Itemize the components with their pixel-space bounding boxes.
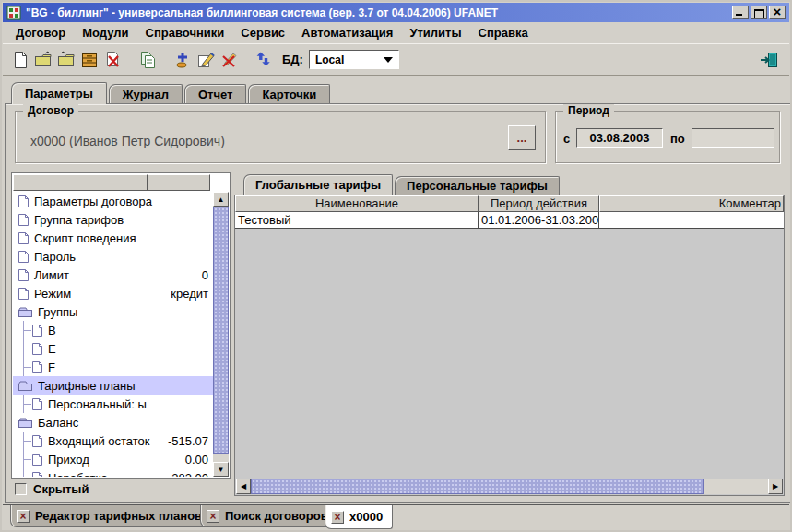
menu-item-3[interactable]: Сервис	[232, 24, 293, 41]
document-icon	[31, 324, 43, 337]
tab-tariff-0[interactable]: Глобальные тарифы	[243, 174, 393, 195]
new-document-icon[interactable]	[8, 48, 31, 72]
column-header-2[interactable]: Комментар	[599, 195, 784, 212]
close-icon[interactable]	[769, 6, 786, 19]
period-group-title: Период	[563, 104, 614, 117]
tree-item-label: E	[48, 342, 56, 356]
scroll-thumb[interactable]	[213, 207, 229, 454]
bottom-tab-0[interactable]: Редактор тарифных планов	[10, 505, 212, 527]
tree-item[interactable]: Приход0.00	[13, 450, 213, 468]
tree-item[interactable]: Лимит0	[13, 266, 213, 284]
close-tab-icon[interactable]	[17, 510, 30, 523]
tree-item[interactable]: Скрипт поведения	[13, 229, 213, 247]
document-icon	[31, 471, 43, 478]
tree-item[interactable]: Входящий остаток-515.07	[13, 432, 213, 450]
table-cell-1: 01.01.2006-31.03.2006	[479, 212, 599, 228]
edit-record-icon[interactable]	[194, 48, 217, 72]
tree-item-value: 0	[202, 268, 213, 282]
delete-record-icon[interactable]	[217, 48, 240, 72]
db-label: БД:	[282, 53, 303, 66]
tree-item[interactable]: Пароль	[13, 247, 213, 266]
tree-item[interactable]: Параметры договора	[13, 192, 213, 210]
hidden-checkbox-label: Скрытый	[33, 482, 89, 496]
maximize-icon[interactable]	[751, 6, 767, 19]
bottom-tab-1[interactable]: Поиск договоров	[200, 505, 338, 527]
card-index-icon[interactable]	[77, 48, 100, 72]
document-icon	[18, 213, 30, 227]
tree-connector	[18, 432, 31, 450]
tree-header-name[interactable]	[13, 174, 148, 191]
scroll-left-icon[interactable]	[236, 479, 251, 494]
tree-header-value[interactable]	[148, 174, 210, 191]
contract-tree-panel: Параметры договораГруппа тарифовСкрипт п…	[11, 172, 231, 479]
document-icon	[31, 361, 43, 374]
menu-bar: ДоговорМодулиСправочникиСервисАвтоматиза…	[3, 22, 789, 43]
browse-contract-button[interactable]: ...	[508, 125, 536, 150]
column-header-0[interactable]: Наименование	[235, 195, 479, 212]
title-bar: "BG - биллинг" - универсальная биллингов…	[3, 3, 789, 22]
document-icon	[18, 268, 30, 282]
tree-item[interactable]: F	[13, 358, 213, 376]
copy-document-icon[interactable]	[136, 48, 159, 72]
period-from-field[interactable]: 03.08.2003	[576, 128, 663, 148]
tree-connector	[18, 395, 31, 413]
chevron-down-icon	[384, 57, 393, 67]
tree-item-label: Наработка	[48, 471, 108, 478]
tree-item[interactable]: Группы	[13, 302, 213, 321]
exit-icon[interactable]	[757, 48, 780, 72]
menu-item-6[interactable]: Справка	[470, 24, 537, 41]
open-contract-icon[interactable]	[31, 48, 54, 72]
refresh-icon[interactable]	[252, 48, 275, 72]
add-record-icon[interactable]	[171, 48, 194, 72]
tree-item[interactable]: Баланс	[13, 413, 213, 432]
tab-main-1[interactable]: Журнал	[109, 84, 183, 104]
menu-item-1[interactable]: Модули	[74, 24, 136, 41]
tab-main-2[interactable]: Отчет	[184, 84, 246, 104]
tree-item[interactable]: Персональный: ы	[13, 395, 213, 413]
tree-item-value: -515.07	[168, 434, 213, 448]
window-title: "BG - биллинг" - универсальная биллингов…	[26, 6, 732, 19]
delete-document-icon[interactable]	[100, 48, 124, 72]
document-icon	[31, 453, 43, 467]
scroll-thumb[interactable]	[251, 479, 704, 494]
column-header-1[interactable]: Период действия	[479, 195, 599, 212]
tree-item[interactable]: Группа тарифов	[13, 210, 213, 229]
tab-main-0[interactable]: Параметры	[11, 82, 107, 104]
hidden-checkbox-row[interactable]: Скрытый	[15, 482, 89, 496]
tariff-table-header: НаименованиеПериод действияКомментар	[235, 195, 784, 212]
tree-item[interactable]: Тарифные планы	[13, 376, 213, 395]
menu-item-4[interactable]: Автоматизация	[293, 24, 401, 41]
hidden-checkbox[interactable]	[15, 483, 27, 495]
menu-item-5[interactable]: Утилиты	[401, 24, 469, 41]
app-icon	[6, 6, 21, 20]
tree-item-label: Режим	[34, 287, 71, 301]
tree-item[interactable]: B	[13, 321, 213, 339]
tree-item-label: Входящий остаток	[48, 434, 150, 448]
db-select[interactable]: Local	[309, 50, 399, 69]
scroll-up-icon[interactable]	[213, 192, 229, 207]
table-row[interactable]: Тестовый01.01.2006-31.03.2006	[235, 212, 784, 229]
close-tab-icon[interactable]	[207, 510, 219, 523]
tree-item[interactable]: E	[13, 339, 213, 358]
tree-scrollbar[interactable]	[213, 192, 229, 477]
tree-item[interactable]: Режимкредит	[13, 284, 213, 302]
tree-item-label: Приход	[48, 453, 89, 467]
table-h-scrollbar[interactable]	[236, 479, 783, 494]
scroll-right-icon[interactable]	[768, 479, 783, 494]
minimize-icon[interactable]	[732, 6, 749, 19]
period-to-label: по	[670, 132, 685, 146]
scroll-down-icon[interactable]	[213, 462, 229, 477]
bottom-tab-label: Редактор тарифных планов	[35, 509, 202, 523]
table-cell-2	[599, 212, 784, 228]
bottom-tab-2[interactable]: x0000	[325, 505, 393, 529]
tree-item[interactable]: Наработка283.00	[13, 468, 213, 477]
tree-item-label: Скрипт поведения	[34, 231, 136, 245]
menu-item-0[interactable]: Договор	[7, 24, 74, 41]
tab-tariff-1[interactable]: Персональные тарифы	[395, 176, 560, 195]
open-folder-icon[interactable]	[54, 48, 77, 72]
period-from-label: с	[563, 132, 570, 146]
period-to-field[interactable]	[692, 128, 774, 148]
close-tab-icon[interactable]	[331, 511, 344, 524]
tab-main-3[interactable]: Карточки	[248, 84, 330, 104]
menu-item-2[interactable]: Справочники	[137, 24, 233, 41]
